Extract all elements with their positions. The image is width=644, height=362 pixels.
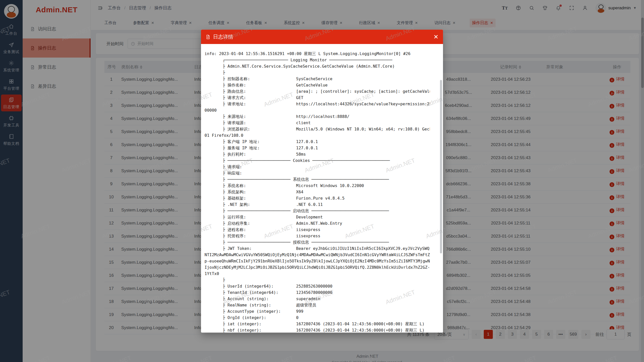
log-line: ├ 执行耗时:58ms <box>205 151 430 157</box>
log-line: ├ 请求端: <box>205 164 430 170</box>
log-line: ├ 进程名称:iisexpress <box>205 227 430 233</box>
log-line: ├ 请求端源:client <box>205 120 430 126</box>
log-line: ┌────────────────────────── Logging Moni… <box>205 57 430 63</box>
log-line: ├ UserId (integer64):252885263000000 <box>205 283 430 289</box>
log-line: ├ 控制器名称:SysCacheService <box>205 76 430 82</box>
log-line: NTI2MzAwMDAwMCwiVGVuYW50SWQiOjEyMzQ1Njc4… <box>205 252 430 258</box>
log-line: ├ ────────────────────────── 启动信息 ──────… <box>205 208 430 214</box>
app-root: 工作台 业务测试 系统管理 平台管理 日志管理 开发工具 帮助文档 Admin.… <box>0 0 644 362</box>
log-line: ├ TenantId (integer64):123456780000000 <box>205 289 430 296</box>
log-line: ├ Account (string):superadmin <box>205 296 430 302</box>
log-line: ├ iat (integer):1672807436 (2023-01-04 1… <box>205 321 430 327</box>
log-line: ├ 客户端 IP 地址:127.0.0.1 <box>205 139 430 145</box>
log-line: p-euoeeQhuWRmCIsIkFjY291bnRUeXBlIjo5OTks… <box>205 258 430 264</box>
log-line: IjoxNjczNDEyMjM2LCJpc3MiOiJBZG1pbi5ORVQi… <box>205 264 430 270</box>
modal-scrollbar-thumb[interactable] <box>440 80 442 253</box>
log-line: ├ 服务端 IP 地址:127.0.0.1 <box>205 145 430 151</box>
log-line: 01 Firefox/108.0 <box>205 132 430 139</box>
log-line: ├ AccountType (integer):999 <box>205 308 430 314</box>
log-line: ├ 启动程序集:Admin.NET.Web.Entry <box>205 220 430 227</box>
log-line: ├ <box>205 277 430 283</box>
log-line: ├ 托管程序:iisexpress <box>205 233 430 239</box>
modal-title: 日志详情 <box>213 33 233 40</box>
modal-header: 日志详情 ✕ <box>201 30 443 44</box>
log-line: ├ ────────────────────────── Cookies ───… <box>205 157 430 164</box>
close-icon[interactable]: ✕ <box>433 34 438 40</box>
log-line: ├ RealName (string):超级管理员 <box>205 302 430 308</box>
modal-scrollbar[interactable] <box>440 47 442 331</box>
document-icon <box>206 34 211 39</box>
log-line: ├ <box>205 69 430 76</box>
log-line: 1YtTx0 <box>205 270 430 277</box>
log-line: ├ OrgId (integer):0 <box>205 314 430 321</box>
log-line: ├ 基础框架:Furion.Pure v4.8.4.5 <box>205 195 430 201</box>
log-line: ├ 来源地址:http://localhost:8888/ <box>205 113 430 120</box>
log-line: ├ 系统架构:X64 <box>205 189 430 195</box>
log-line: ├ 运行环境:Development <box>205 214 430 220</box>
log-line: ├ 系统名称:Microsoft Windows 10.0.22000 <box>205 183 430 189</box>
log-line: ├ 请求地址:https://localhost:44326/sysCache/… <box>205 101 430 107</box>
log-line: info: 2023-01-04 12:55:36.1516291 +08:00… <box>205 51 430 57</box>
log-line: ├ 路由信息:[area]: ; [controller]: sysCache;… <box>205 88 430 95</box>
log-line: ├ 浏览器标识:Mozilla/5.0 (Windows NT 10.0; Wi… <box>205 126 430 132</box>
log-line: ├ ────────────────────────── 授权信息 ──────… <box>205 239 430 245</box>
log-line: ├ JWT Token:Bearer eyJhbGciOiJIUzI1NiIsI… <box>205 245 430 252</box>
log-line: ├ nbf (integer):1672807436 (2023-01-04 1… <box>205 327 430 333</box>
log-line: ├ 响应端: <box>205 170 430 176</box>
log-line: ├ 操作名称:GetCacheValue <box>205 82 430 88</box>
log-line: ├ 请求方式:GET <box>205 95 430 101</box>
log-line: ├ Admin.NET.Core.Service.SysCacheService… <box>205 63 430 69</box>
log-line: ├ ────────────────────────── 系统信息 ──────… <box>205 176 430 183</box>
log-line: 00000 <box>205 107 430 113</box>
log-detail-modal: 日志详情 ✕ info: 2023-01-04 12:55:36.1516291… <box>201 30 443 333</box>
log-detail-body: info: 2023-01-04 12:55:36.1516291 +08:00… <box>201 44 443 333</box>
log-line: ├ .NET 架构:.NET 6.0.11 <box>205 201 430 208</box>
